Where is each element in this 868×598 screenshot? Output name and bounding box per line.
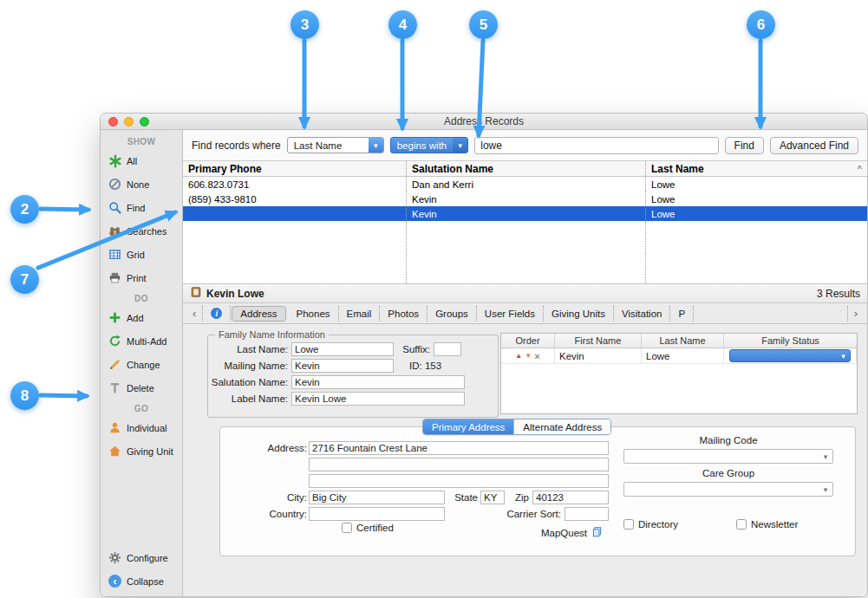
- tab-groups[interactable]: Groups: [427, 306, 477, 322]
- alternate-address-tab[interactable]: Alternate Address: [513, 419, 610, 434]
- tab-giving-units[interactable]: Giving Units: [544, 306, 614, 322]
- mapquest-control: MapQuest: [541, 526, 603, 539]
- directory-checkbox[interactable]: [623, 519, 634, 530]
- country-input[interactable]: [309, 507, 445, 521]
- address-line1-input[interactable]: [309, 441, 609, 455]
- sidebar-item-grid[interactable]: Grid: [101, 243, 182, 266]
- sidebar-item-delete[interactable]: Delete: [101, 376, 182, 400]
- suffix-input[interactable]: [434, 342, 461, 356]
- tab-email[interactable]: Email: [339, 306, 381, 322]
- search-input[interactable]: [474, 137, 718, 154]
- operator-dropdown[interactable]: begins with ▾: [390, 137, 469, 153]
- zoom-window-button[interactable]: [140, 117, 149, 127]
- asterisk-icon: [108, 153, 122, 168]
- mailing-name-input[interactable]: [291, 359, 394, 373]
- directory-checkbox-row: Directory: [623, 519, 678, 530]
- tabs-scroll-left-button[interactable]: ‹: [186, 306, 203, 322]
- arrow-2: [41, 209, 88, 210]
- sidebar-item-configure[interactable]: Configure: [101, 546, 182, 569]
- tab-photos[interactable]: Photos: [380, 306, 427, 322]
- advanced-find-button[interactable]: Advanced Find: [770, 137, 858, 154]
- sidebar-item-label: Collapse: [127, 576, 164, 587]
- sidebar-item-giving-unit[interactable]: Giving Unit: [101, 439, 182, 463]
- salutation-name-input[interactable]: [291, 375, 465, 389]
- tab-label: Phones: [297, 309, 330, 319]
- column-header-order[interactable]: Order: [501, 334, 555, 348]
- address-line3-input[interactable]: [309, 474, 609, 488]
- column-header-family-status[interactable]: Family Status: [724, 334, 857, 348]
- sidebar-item-multi-add[interactable]: Multi-Add: [101, 329, 182, 353]
- care-group-dropdown[interactable]: ▾: [623, 482, 833, 497]
- sidebar-item-find[interactable]: Find: [101, 196, 182, 219]
- address-records-window: Address Records SHOW All None: [100, 113, 868, 597]
- table-row-selected[interactable]: Kevin Lowe: [183, 206, 867, 221]
- close-window-button[interactable]: [108, 117, 118, 127]
- sidebar-item-change[interactable]: Change: [101, 353, 182, 376]
- address-book-icon: [190, 286, 202, 301]
- minimize-window-button[interactable]: [124, 117, 134, 127]
- member-first-name: Kevin: [555, 348, 642, 363]
- tab-info[interactable]: i: [203, 306, 231, 322]
- info-icon: i: [211, 308, 222, 319]
- column-header-last-name[interactable]: Last Name: [642, 334, 724, 348]
- carrier-sort-input[interactable]: [565, 507, 609, 521]
- column-header-salutation-name[interactable]: Salutation Name: [407, 161, 646, 176]
- column-header-label: Salutation Name: [412, 163, 493, 175]
- sidebar-spacer: [101, 463, 182, 546]
- column-header-primary-phone[interactable]: Primary Phone: [183, 161, 407, 176]
- tab-address[interactable]: Address: [232, 306, 285, 322]
- sidebar-item-collapse[interactable]: ‹ Collapse: [101, 569, 182, 593]
- tab-truncated[interactable]: P: [670, 306, 694, 322]
- city-input[interactable]: [309, 491, 445, 504]
- newsletter-checkbox[interactable]: [736, 519, 747, 530]
- last-name-input[interactable]: [291, 342, 394, 356]
- family-status-dropdown[interactable]: ▾: [729, 349, 851, 362]
- table-row[interactable]: (859) 433-9810 Kevin Lowe: [183, 192, 867, 206]
- find-button[interactable]: Find: [725, 137, 764, 154]
- carrier-sort-label: Carrier Sort:: [480, 509, 561, 519]
- certified-checkbox[interactable]: [342, 523, 352, 533]
- table-row[interactable]: 606.823.0731 Dan and Kerri Lowe: [183, 177, 867, 192]
- move-down-icon[interactable]: ▼: [525, 352, 532, 360]
- zip-input[interactable]: [532, 491, 609, 504]
- sidebar-item-all[interactable]: All: [101, 149, 182, 172]
- sidebar: SHOW All None Fin: [101, 130, 183, 596]
- state-input[interactable]: [480, 491, 505, 504]
- main-area: Find records where Last Name ▾ begins wi…: [183, 130, 867, 596]
- column-header-last-name[interactable]: Last Name^: [646, 161, 867, 176]
- chevron-right-icon: ›: [854, 307, 858, 320]
- empty-column: [407, 221, 646, 283]
- label-name-input[interactable]: [291, 392, 465, 406]
- sidebar-item-individual[interactable]: Individual: [101, 416, 182, 439]
- tabs-scroll-right-button[interactable]: ›: [847, 306, 864, 322]
- sidebar-item-label: Searches: [127, 226, 166, 237]
- binoculars-icon: [108, 224, 122, 238]
- country-label: Country:: [255, 509, 307, 519]
- callout-8: 8: [10, 381, 39, 410]
- tab-phones[interactable]: Phones: [289, 306, 339, 322]
- address-line2-input[interactable]: [309, 458, 609, 471]
- mailing-code-dropdown[interactable]: ▾: [623, 449, 833, 464]
- tab-user-fields[interactable]: User Fields: [477, 306, 544, 322]
- copy-icon[interactable]: [591, 526, 603, 539]
- sidebar-item-add[interactable]: Add: [101, 306, 182, 329]
- results-header-row: Primary Phone Salutation Name Last Name^: [183, 161, 867, 177]
- primary-address-tab[interactable]: Primary Address: [423, 419, 513, 434]
- sidebar-item-print[interactable]: Print: [101, 266, 182, 289]
- address-label: Address:: [255, 443, 307, 453]
- mapquest-link[interactable]: MapQuest: [541, 528, 587, 538]
- member-row[interactable]: ▲ ▼ × Kevin Lowe ▾: [501, 348, 857, 364]
- delete-text-icon: [108, 380, 122, 395]
- move-up-icon[interactable]: ▲: [515, 352, 522, 360]
- tab-visitation[interactable]: Visitation: [614, 306, 670, 322]
- certified-checkbox-row: Certified: [342, 523, 394, 533]
- tab-label: Address: [240, 309, 277, 319]
- label-name-label: Label Name:: [208, 393, 291, 404]
- chevron-down-icon: ▾: [369, 138, 383, 153]
- sidebar-item-none[interactable]: None: [101, 172, 182, 196]
- field-dropdown[interactable]: Last Name ▾: [287, 137, 384, 153]
- arrow-8: [41, 395, 87, 396]
- remove-member-icon[interactable]: ×: [534, 351, 539, 361]
- sidebar-item-searches[interactable]: Searches: [101, 219, 182, 243]
- column-header-first-name[interactable]: First Name: [555, 334, 642, 348]
